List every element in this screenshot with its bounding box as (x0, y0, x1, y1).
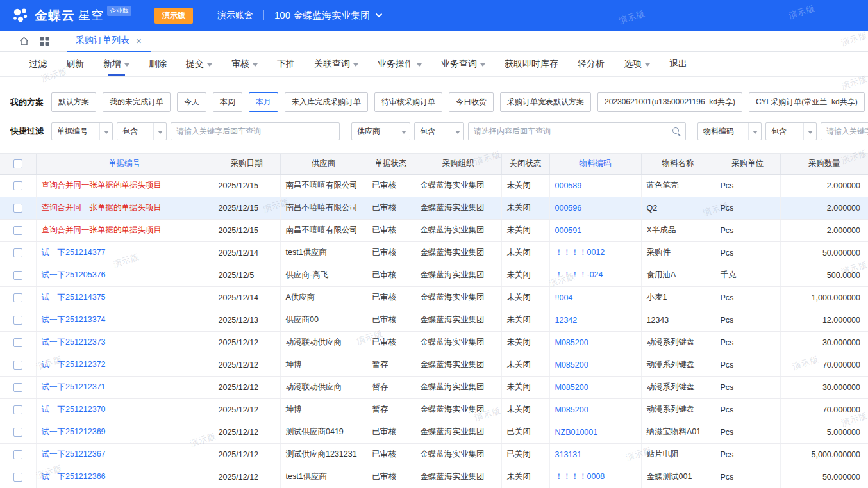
filter-field-select[interactable]: 物料编码 (697, 122, 762, 140)
column-header[interactable]: 物料编码 (549, 154, 641, 174)
row-checkbox[interactable] (13, 338, 22, 347)
bill-number-link[interactable]: 试一下251212372 (42, 360, 106, 369)
home-button[interactable] (15, 33, 32, 49)
table-row[interactable]: 查询合并同一张单据的单据头项目2025/12/15南昌不嘻嘻有限公司已审核金蝶蓝… (0, 174, 868, 197)
row-checkbox[interactable] (13, 450, 22, 459)
scheme-button[interactable]: 我的未完成订单 (103, 92, 171, 112)
close-icon[interactable]: × (136, 36, 142, 45)
column-header[interactable]: 单据编号 (36, 154, 213, 174)
row-checkbox[interactable] (13, 293, 22, 302)
toolbar-item-delete[interactable]: 删除 (139, 52, 176, 76)
material-code-link[interactable]: NZB010001 (555, 428, 598, 437)
scheme-button[interactable]: 本月 (249, 92, 278, 112)
scheme-button[interactable]: 本周 (213, 92, 242, 112)
scheme-button[interactable]: 采购订单宽表默认方案 (500, 92, 591, 112)
tab-purchase-order-list[interactable]: 采购订单列表 × (67, 31, 151, 52)
toolbar-item-submit[interactable]: 提交 (176, 52, 222, 76)
scheme-button[interactable]: 待审核采购订单 (374, 92, 442, 112)
company-selector[interactable]: 100 金蝶蓝海实业集团 (274, 10, 383, 22)
row-checkbox[interactable] (13, 383, 22, 392)
bill-number-link[interactable]: 试一下251205376 (42, 270, 106, 279)
table-row[interactable]: 试一下2512123732025/12/12动漫联动供应商已审核金蝶蓝海实业集团… (0, 331, 868, 354)
table-row[interactable]: 查询合并同一张单据的单据头项目2025/12/15南昌不嘻嘻有限公司已审核金蝶蓝… (0, 197, 868, 219)
table-row[interactable]: 试一下2512123722025/12/12坤博暂存金蝶蓝海实业集团未关闭M08… (0, 354, 868, 376)
scheme-button[interactable]: 今日收货 (449, 92, 494, 112)
material-code-link[interactable]: 000591 (555, 226, 582, 235)
bill-number-link[interactable]: 试一下251212366 (42, 472, 106, 481)
table-row[interactable]: 查询合并同一张单据的单据头项目2025/12/15南昌不嘻嘻有限公司已审核金蝶蓝… (0, 219, 868, 241)
material-code-link[interactable]: !!004 (555, 293, 573, 302)
row-checkbox[interactable] (13, 428, 22, 437)
bill-number-link[interactable]: 试一下251214375 (42, 293, 106, 302)
row-checkbox[interactable] (13, 271, 22, 280)
row-checkbox[interactable] (13, 405, 22, 414)
filter-keyword-input[interactable] (821, 122, 868, 140)
material-code-link[interactable]: M085200 (555, 361, 588, 370)
toolbar-item-related-query[interactable]: 关联查询 (305, 52, 368, 76)
table-row[interactable]: 试一下2512123712025/12/12动漫联动供应商暂存金蝶蓝海实业集团未… (0, 376, 868, 398)
material-code-link[interactable]: ！！！！-024 (555, 270, 603, 279)
table-row[interactable]: 试一下2512123672025/12/12测试供应商1231231已审核金蝶蓝… (0, 443, 868, 466)
filter-operator-select[interactable]: 包含 (765, 122, 817, 140)
bill-number-link[interactable]: 查询合并同一张单据的单据头项目 (42, 181, 162, 190)
row-checkbox[interactable] (13, 361, 22, 370)
table-row[interactable]: 试一下2512143772025/12/14test1供应商已审核金蝶蓝海实业集… (0, 241, 868, 264)
material-code-link[interactable]: M085200 (555, 383, 588, 392)
filter-keyword-input[interactable] (171, 122, 340, 140)
toolbar-item-get-inventory[interactable]: 获取即时库存 (495, 52, 568, 76)
toolbar-item-business-operation[interactable]: 业务操作 (368, 52, 431, 76)
bill-number-link[interactable]: 试一下251213374 (42, 315, 106, 324)
toolbar-item-business-query[interactable]: 业务查询 (431, 52, 495, 76)
material-code-link[interactable]: 000596 (555, 204, 582, 213)
column-header-link[interactable]: 单据编号 (108, 159, 140, 168)
toolbar-item-refresh[interactable]: 刷新 (56, 52, 94, 76)
material-code-link[interactable]: ！！！！0012 (555, 248, 605, 257)
table-row[interactable]: 试一下2512053762025/12/5供应商-高飞已审核金蝶蓝海实业集团未关… (0, 264, 868, 286)
filter-field-select[interactable]: 单据编号 (51, 122, 113, 140)
material-code-link[interactable]: 000589 (555, 181, 582, 190)
row-checkbox[interactable] (13, 316, 22, 325)
filter-operator-select[interactable]: 包含 (117, 122, 167, 140)
bill-number-link[interactable]: 查询合并同一张单据的单据头项目 (42, 203, 162, 212)
toolbar-item-options[interactable]: 选项 (614, 52, 660, 76)
table-row[interactable]: 试一下2512143752025/12/14A供应商已审核金蝶蓝海实业集团未关闭… (0, 286, 868, 309)
row-checkbox[interactable] (13, 248, 22, 257)
material-code-link[interactable]: 313131 (555, 450, 582, 459)
bill-number-link[interactable]: 查询合并同一张单据的单据头项目 (42, 225, 162, 234)
scheme-button[interactable]: 今天 (177, 92, 206, 112)
scheme-button[interactable]: CYL采购订单(常亚兰_kd共享) (749, 92, 865, 112)
toolbar-item-push-down[interactable]: 下推 (267, 52, 305, 76)
toolbar-item-new[interactable]: 新增 (94, 52, 139, 76)
toolbar-item-audit[interactable]: 审核 (222, 52, 267, 76)
filter-keyword-input[interactable] (468, 122, 686, 140)
search-icon[interactable] (672, 127, 681, 136)
column-header-link[interactable]: 物料编码 (580, 159, 612, 168)
bill-number-link[interactable]: 试一下251214377 (42, 248, 106, 257)
table-row[interactable]: 试一下2512123692025/12/12测试供应商0419已审核金蝶蓝海实业… (0, 421, 868, 443)
table-row[interactable]: 试一下2512123662025/12/12test1供应商已审核金蝶蓝海实业集… (0, 466, 868, 488)
bill-number-link[interactable]: 试一下251212370 (42, 405, 106, 414)
table-row[interactable]: 试一下2512123702025/12/12坤博暂存金蝶蓝海实业集团未关闭M08… (0, 398, 868, 421)
scheme-button[interactable]: 20230621001(u13500021196_kd共享) (597, 92, 742, 112)
toolbar-item-filter[interactable]: 过滤 (19, 52, 56, 76)
material-code-link[interactable]: ！！！！0008 (555, 472, 605, 481)
select-all-checkbox[interactable] (13, 159, 22, 168)
bill-number-link[interactable]: 试一下251212367 (42, 450, 106, 459)
table-row[interactable]: 试一下2512133742025/12/13供应商00已审核金蝶蓝海实业集团未关… (0, 309, 868, 331)
toolbar-item-light-analysis[interactable]: 轻分析 (568, 52, 614, 76)
bill-number-link[interactable]: 试一下251212373 (42, 338, 106, 346)
row-checkbox[interactable] (13, 204, 22, 213)
toolbar-item-exit[interactable]: 退出 (660, 52, 697, 76)
scheme-button[interactable]: 默认方案 (51, 92, 96, 112)
row-checkbox[interactable] (13, 226, 22, 235)
material-code-link[interactable]: 12342 (555, 316, 578, 325)
bill-number-link[interactable]: 试一下251212369 (42, 427, 106, 436)
filter-field-select[interactable]: 供应商 (351, 122, 410, 140)
scheme-button[interactable]: 未入库完成采购订单 (285, 92, 368, 112)
row-checkbox[interactable] (13, 473, 22, 482)
material-code-link[interactable]: M085200 (555, 338, 588, 347)
apps-menu-button[interactable] (36, 33, 53, 49)
material-code-link[interactable]: M085200 (555, 405, 588, 414)
filter-operator-select[interactable]: 包含 (414, 122, 464, 140)
row-checkbox[interactable] (13, 181, 22, 190)
